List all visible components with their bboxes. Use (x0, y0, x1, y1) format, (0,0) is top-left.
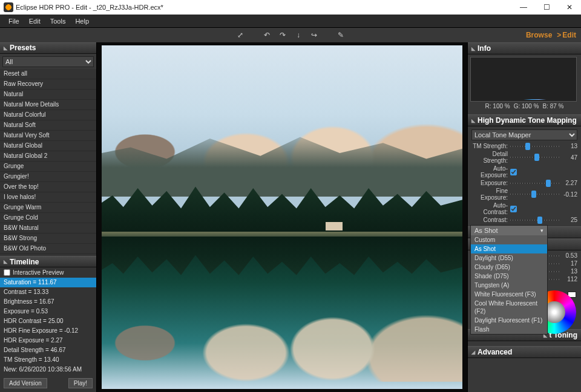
preset-item[interactable]: Grunge Warm (0, 203, 96, 213)
white-balance-option[interactable]: Flash (471, 325, 547, 334)
timeline-item[interactable]: Brightness = 16.67 (0, 297, 96, 307)
menubar: File Edit Tools Help (0, 15, 581, 28)
window-title: Eclipse HDR PRO - Edit - _t20_RzJ3Ja-HDR… (16, 4, 512, 11)
mode-browse[interactable]: Browse (526, 31, 552, 39)
hdr-contrast-slider[interactable] (510, 217, 559, 223)
timeline-item[interactable]: New: 6/26/2020 10:38:56 AM (0, 365, 96, 374)
preset-item[interactable]: B&W Old Photo (0, 244, 96, 254)
preview-image (102, 45, 462, 389)
preset-item[interactable]: B&W Strong (0, 234, 96, 244)
detail-strength-row: Detail Strength: 47 (469, 150, 580, 165)
image-canvas[interactable] (97, 42, 467, 392)
hdr-exposure-row: Exposure: 2.27 (469, 179, 580, 187)
preset-item[interactable]: I love halos! (0, 192, 96, 203)
preset-item[interactable]: Over the top! (0, 182, 96, 192)
white-balance-option[interactable]: Cloudy (D65) (471, 263, 547, 272)
presets-filter-select[interactable]: All (2, 56, 94, 67)
white-balance-option[interactable]: White Fluorescent (F3) (471, 290, 547, 299)
timeline-item[interactable]: Saturation = 111.67 (0, 278, 96, 287)
menu-help[interactable]: Help (70, 16, 94, 26)
presets-header[interactable]: Presets (0, 42, 96, 54)
preset-item[interactable]: Natural Global (0, 141, 96, 151)
white-balance-option[interactable]: Tungsten (A) (471, 281, 547, 290)
rotate-left-icon[interactable]: ↶ (262, 30, 272, 40)
timeline-item[interactable]: TM Strength = 13.40 (0, 355, 96, 365)
auto-contrast-row: Auto-Contrast: (469, 201, 580, 216)
brush-icon[interactable]: ✎ (336, 30, 346, 40)
minimize-button[interactable]: — (512, 0, 535, 15)
preset-item[interactable]: Grunge Cold (0, 213, 96, 223)
histo-g: G: 100 % (514, 103, 539, 109)
menu-tools[interactable]: Tools (45, 16, 71, 26)
window-titlebar: Eclipse HDR PRO - Edit - _t20_RzJ3Ja-HDR… (0, 0, 581, 15)
close-button[interactable]: ✕ (558, 0, 581, 15)
white-balance-option[interactable]: Custom (471, 235, 547, 244)
timeline-item[interactable]: HDR Exposure = 2.27 (0, 336, 96, 345)
right-panel: Info R: 100 % G: 100 % B: 87 % High Dyna… (467, 42, 581, 392)
timeline-item[interactable]: Contrast = 13.33 (0, 287, 96, 297)
preset-item[interactable]: Natural More Details (0, 100, 96, 110)
tm-strength-slider[interactable] (510, 143, 559, 149)
mode-edit[interactable]: Edit (557, 31, 576, 39)
interactive-preview-label: Interactive Preview (13, 269, 64, 276)
white-balance-select[interactable]: As Shot (471, 226, 547, 235)
flip-vertical-icon[interactable]: ↓ (294, 30, 303, 40)
preset-item[interactable]: B&W Natural (0, 223, 96, 234)
preset-item[interactable]: Natural Very Soft (0, 131, 96, 141)
flip-horizontal-icon[interactable]: ↪ (309, 30, 319, 40)
histo-r: R: 100 % (485, 103, 510, 109)
tone-mapper-select[interactable]: Local Tone Mapper (471, 129, 577, 140)
detail-strength-slider[interactable] (510, 154, 559, 160)
preset-item[interactable]: Natural Global 2 (0, 151, 96, 162)
toolbar: ⤢ ↶ ↷ ↓ ↪ ✎ Browse Edit (0, 28, 581, 42)
hdr-header[interactable]: High Dynamic Tone Mapping (468, 114, 581, 126)
left-panel: Presets All Reset allRaw RecoveryNatural… (0, 42, 97, 392)
preset-item[interactable]: Raw Recovery (0, 79, 96, 90)
interactive-preview-row[interactable]: Interactive Preview (0, 267, 96, 278)
white-balance-dropdown[interactable]: As Shot CustomAs ShotDaylight (D55)Cloud… (470, 225, 548, 335)
timeline-item[interactable]: HDR Fine Exposure = -0.12 (0, 326, 96, 336)
auto-exposure-row: Auto-Exposure: (469, 165, 580, 179)
preset-item[interactable]: Grungier! (0, 172, 96, 182)
interactive-preview-checkbox[interactable] (4, 269, 10, 276)
auto-exposure-checkbox[interactable] (510, 169, 517, 175)
white-balance-option[interactable]: Cool White Fluorescent (F2) (471, 299, 547, 316)
histogram (470, 57, 577, 102)
app-icon (4, 2, 13, 12)
preset-item[interactable]: Natural Colorful (0, 110, 96, 120)
white-balance-option[interactable]: Daylight (D55) (471, 253, 547, 263)
preset-item[interactable]: Reset all (0, 69, 96, 79)
timeline-item[interactable]: Exposure = 0.53 (0, 307, 96, 316)
fine-exposure-slider[interactable] (510, 191, 559, 197)
rotate-right-icon[interactable]: ↷ (278, 30, 287, 40)
white-balance-option[interactable]: Daylight Fluorescent (F1) (471, 316, 547, 325)
preset-item[interactable]: Natural (0, 90, 96, 100)
white-balance-option[interactable]: Shade (D75) (471, 272, 547, 281)
menu-file[interactable]: File (4, 16, 24, 26)
info-header[interactable]: Info (468, 42, 581, 54)
fit-screen-icon[interactable]: ⤢ (235, 30, 245, 40)
auto-contrast-checkbox[interactable] (510, 206, 517, 212)
fine-exposure-row: Fine Exposure: -0.12 (469, 187, 580, 201)
white-balance-option[interactable]: As Shot (471, 244, 547, 253)
timeline-item[interactable]: HDR Contrast = 25.00 (0, 316, 96, 326)
maximize-button[interactable]: ☐ (535, 0, 558, 15)
tm-strength-row: TM Strength: 13 (469, 142, 580, 150)
advanced-header[interactable]: Advanced (468, 346, 581, 358)
timeline-item[interactable]: Detail Strength = 46.67 (0, 345, 96, 355)
timeline-header[interactable]: Timeline (0, 256, 96, 267)
histo-b: B: 87 % (542, 103, 563, 109)
hdr-exposure-slider[interactable] (510, 180, 559, 186)
preset-item[interactable]: Natural Soft (0, 120, 96, 131)
presets-list[interactable]: Reset allRaw RecoveryNaturalNatural More… (0, 69, 96, 256)
hdr-contrast-row: Contrast: 25 (469, 216, 580, 224)
play-button[interactable]: Play! (68, 378, 93, 388)
preset-item[interactable]: Grunge (0, 162, 96, 172)
add-version-button[interactable]: Add Version (4, 378, 47, 388)
menu-edit[interactable]: Edit (24, 16, 45, 26)
